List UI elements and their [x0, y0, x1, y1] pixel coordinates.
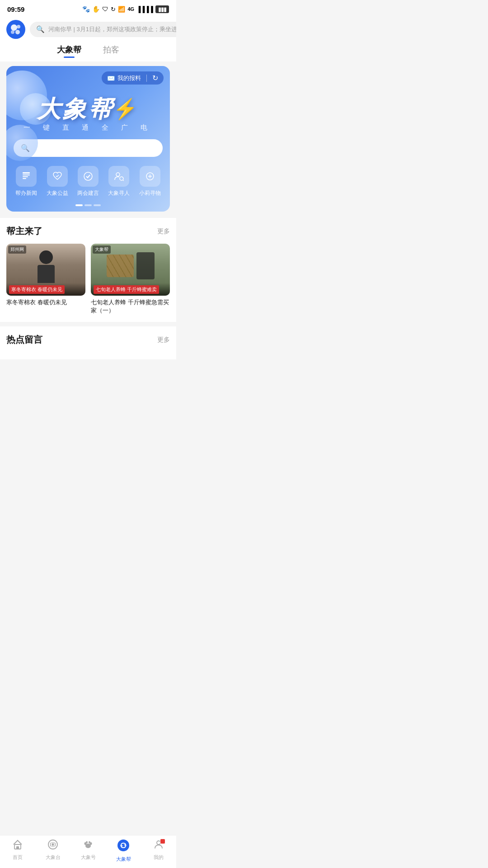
banner-icon-gongyi[interactable]: 大象公益: [47, 166, 68, 197]
status-icons: 🐾 ✋ 🛡 ↻ 📶 4G ▐▐▐▐ ▮▮▮: [82, 5, 169, 13]
svg-rect-7: [23, 178, 26, 179]
card-2-caption-bar: 七旬老人养蜂 千斤蜂蜜难卖: [91, 283, 170, 296]
report-label: 我的报料: [117, 74, 141, 82]
hot-comments-more[interactable]: 更多: [157, 336, 170, 344]
svg-point-10: [120, 177, 123, 180]
header: 🔍 河南你早 | 3月1日起，郑州这项政策停止；乘坐进...: [0, 16, 176, 44]
gongyi-label: 大象公益: [47, 189, 68, 197]
dot-1: [75, 204, 83, 206]
card-2[interactable]: 大象帮 七旬老人养蜂 千斤蜂蜜难卖 七旬老人养蜂 千斤蜂蜜急需买家（一）: [91, 244, 170, 315]
lianghui-label: 两会建言: [77, 189, 99, 197]
status-bar: 09:59 🐾 ✋ 🛡 ↻ 📶 4G ▐▐▐▐ ▮▮▮: [0, 0, 176, 16]
svg-point-3: [15, 30, 20, 34]
app-logo[interactable]: [6, 20, 25, 39]
banner-icon-lianghui[interactable]: 两会建言: [77, 166, 99, 197]
bangban-label: 帮办新闻: [15, 189, 37, 197]
hot-comments-header: 热点留言 更多: [6, 334, 170, 346]
paw-icon: 🐾: [82, 5, 90, 13]
svg-point-2: [11, 30, 14, 34]
hot-comments-title: 热点留言: [6, 334, 42, 346]
shield-icon: 🛡: [102, 5, 108, 13]
banner-icon-xunwu[interactable]: 小莉寻物: [139, 166, 161, 197]
banner-subtitle: 一 键 直 通 全 广 电: [6, 123, 170, 132]
card-2-image: 大象帮 七旬老人养蜂 千斤蜂蜜难卖: [91, 244, 170, 296]
bangzhu-section: 帮主来了 更多 郑州网 寒冬寄棉衣 春暖仍未见 寒冬寄棉衣 春暖仍未见: [0, 218, 176, 322]
banner-title-area: 大象 帮 ⚡ 一 键 直 通 全 广 电: [6, 94, 170, 134]
gongyi-icon: [47, 166, 68, 187]
bangzhu-more[interactable]: 更多: [157, 227, 170, 236]
person-silhouette: [38, 250, 55, 283]
card-2-title: 七旬老人养蜂 千斤蜂蜜急需买家（一）: [91, 298, 170, 315]
divider: [146, 75, 147, 82]
wifi-icon: 📶: [118, 6, 125, 13]
search-bar[interactable]: 🔍 河南你早 | 3月1日起，郑州这项政策停止；乘坐进...: [30, 22, 176, 37]
signal-icon: ▐▐▐▐: [136, 6, 153, 13]
card-1[interactable]: 郑州网 寒冬寄棉衣 春暖仍未见 寒冬寄棉衣 春暖仍未见: [6, 244, 85, 315]
svg-rect-6: [23, 176, 28, 177]
svg-rect-4: [23, 172, 30, 174]
bangzhu-cards: 郑州网 寒冬寄棉衣 春暖仍未见 寒冬寄棉衣 春暖仍未见 大象帮: [6, 244, 170, 315]
hot-comments-section: 热点留言 更多: [0, 326, 176, 359]
bangzhu-section-header: 帮主来了 更多: [6, 225, 170, 237]
xunren-label: 大象寻人: [108, 189, 130, 197]
banner-icons-row: 帮办新闻 大象公益 两会建言: [6, 162, 170, 204]
report-icon: ✉️: [107, 75, 115, 82]
card-1-image: 郑州网 寒冬寄棉衣 春暖仍未见: [6, 244, 85, 296]
bangzhu-title: 帮主来了: [6, 225, 42, 237]
card-1-caption: 寒冬寄棉衣 春暖仍未见: [9, 285, 65, 294]
banner-icon-bangban-xinwen[interactable]: 帮办新闻: [15, 166, 37, 197]
card-2-caption: 七旬老人养蜂 千斤蜂蜜难卖: [94, 285, 159, 294]
tabs-bar: 大象帮 拍客: [0, 44, 176, 61]
banner-dots: [6, 204, 170, 212]
card-1-title: 寒冬寄棉衣 春暖仍未见: [6, 298, 85, 307]
banner: ✉️ 我的报料 ↻ 大象 帮 ⚡ 一 键 直 通 全 广 电 🔍: [6, 66, 170, 212]
xunren-icon: [108, 166, 129, 187]
rotate-icon: ↻: [111, 6, 116, 13]
battery-icon: ▮▮▮: [155, 5, 169, 13]
svg-point-0: [11, 24, 17, 31]
dot-2: [84, 204, 92, 206]
card-1-channel: 郑州网: [8, 245, 26, 254]
dot-3: [94, 204, 101, 206]
banner-main-title: 大象 帮 ⚡: [6, 97, 170, 121]
4g-label: 4G: [127, 6, 134, 12]
banner-icon-xunren[interactable]: 大象寻人: [108, 166, 130, 197]
tab-daxiangbang[interactable]: 大象帮: [57, 44, 81, 58]
report-button[interactable]: ✉️ 我的报料 ↻: [102, 71, 164, 85]
lianghui-icon: [78, 166, 99, 187]
svg-point-8: [84, 172, 92, 180]
svg-rect-5: [23, 175, 30, 175]
xunwu-icon: [140, 166, 160, 187]
search-icon: 🔍: [36, 25, 45, 33]
search-placeholder: 河南你早 | 3月1日起，郑州这项政策停止；乘坐进...: [48, 25, 176, 33]
refresh-icon[interactable]: ↻: [152, 74, 158, 82]
card-1-caption-bar: 寒冬寄棉衣 春暖仍未见: [6, 283, 85, 296]
hand-icon: ✋: [92, 5, 100, 13]
bangban-icon: [16, 166, 37, 187]
tab-paike[interactable]: 拍客: [103, 44, 119, 58]
svg-point-9: [116, 173, 120, 176]
xunwu-label: 小莉寻物: [139, 189, 161, 197]
status-time: 09:59: [7, 5, 24, 13]
lightning-icon: ⚡: [113, 99, 140, 119]
main-content: ✉️ 我的报料 ↻ 大象 帮 ⚡ 一 键 直 通 全 广 电 🔍: [0, 66, 176, 391]
svg-point-1: [17, 25, 20, 28]
